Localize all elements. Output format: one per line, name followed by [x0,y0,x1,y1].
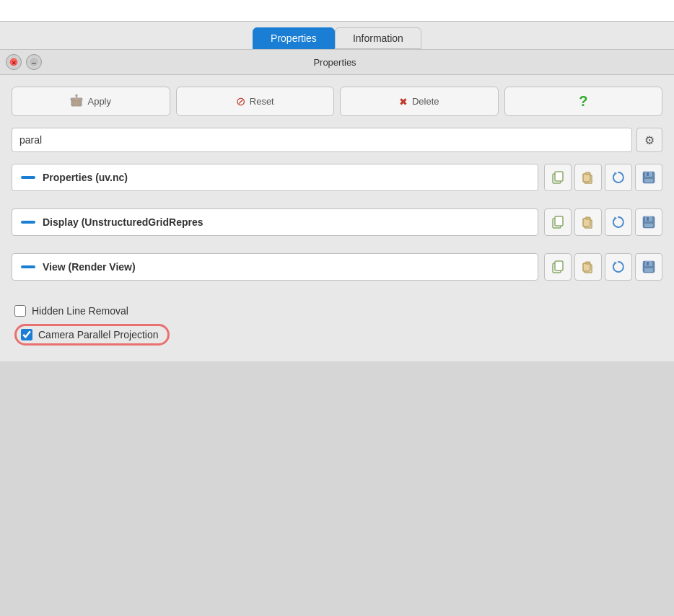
reset-label: Reset [250,96,274,107]
save-btn-display[interactable] [635,208,662,236]
svg-text:✕: ✕ [12,60,17,66]
minimize-icon [30,58,38,66]
paste-icon-display [580,214,596,230]
section-dash-view [21,265,35,268]
refresh-btn-display[interactable] [605,208,632,236]
section-title-properties: Properties (uv.nc) [43,172,128,183]
svg-rect-30 [583,263,590,271]
close-icon: ✕ [9,58,18,66]
save-btn-properties[interactable] [635,164,662,191]
gear-icon: ⚙ [644,133,655,147]
section-row-view: View (Render View) [12,253,662,281]
section-actions-properties [544,164,662,191]
camera-parallel-highlight: Camera Parallel Projection [14,324,170,346]
title-bar: ✕ Properties [0,50,674,75]
svg-marker-12 [615,172,618,175]
copy-btn-view[interactable] [544,253,572,281]
help-label: ? [579,93,587,110]
copy-icon-view [550,259,566,275]
svg-rect-20 [583,219,590,226]
refresh-btn-properties[interactable] [605,164,632,191]
spacer-2 [12,242,662,253]
checkbox-row-hidden-line: Hidden Line Removal [12,305,662,317]
svg-rect-35 [647,262,649,265]
section-title-display: Display (UnstructuredGridRepres [43,216,203,228]
gift-icon [70,94,83,107]
svg-rect-11 [585,172,590,175]
content-area: Apply ⊘ Reset ✖ Delete ? ⚙ Properties (u… [0,75,674,361]
paste-icon-view [580,259,596,275]
delete-label: Delete [412,96,439,107]
minimize-button[interactable] [26,54,42,70]
search-input[interactable] [12,128,632,152]
camera-parallel-projection-label: Camera Parallel Projection [38,329,159,340]
tab-bar: Properties Information [0,22,674,50]
apply-icon [70,94,83,110]
reset-icon: ⊘ [236,94,245,108]
delete-button[interactable]: ✖ Delete [340,87,499,116]
toolbar-row: Apply ⊘ Reset ✖ Delete ? [12,87,662,116]
svg-point-2 [30,58,38,66]
refresh-icon-properties [610,170,626,185]
paste-btn-display[interactable] [574,208,602,236]
reset-button[interactable]: ⊘ Reset [176,87,335,116]
svg-rect-3 [32,63,36,64]
apply-button[interactable]: Apply [12,87,170,116]
svg-marker-32 [615,262,618,265]
svg-rect-16 [644,179,653,182]
svg-rect-15 [647,172,649,176]
svg-rect-31 [585,262,590,264]
section-title-view: View (Render View) [43,261,136,273]
copy-icon-properties [550,170,566,185]
copy-icon-display [550,214,566,230]
delete-icon: ✖ [399,96,408,107]
apply-label: Apply [87,96,111,107]
camera-parallel-projection-checkbox[interactable] [21,329,32,340]
help-button[interactable]: ? [504,87,663,116]
gear-button[interactable]: ⚙ [636,128,662,152]
search-row: ⚙ [12,128,662,152]
spacer-3 [12,286,662,298]
section-label-display: Display (UnstructuredGridRepres [12,208,538,236]
section-dash-display [21,221,35,224]
copy-btn-properties[interactable] [544,164,572,191]
tab-information[interactable]: Information [335,27,421,49]
svg-rect-6 [76,98,77,106]
svg-rect-25 [647,217,649,221]
checkbox-row-camera-parallel: Camera Parallel Projection [12,324,662,346]
save-btn-view[interactable] [635,253,662,281]
section-actions-display [544,208,662,236]
copy-btn-display[interactable] [544,208,572,236]
section-label-view: View (Render View) [12,253,538,281]
spacer-1 [12,197,662,208]
panel-title: Properties [46,57,623,68]
paste-icon-properties [580,170,596,185]
save-icon-view [641,259,657,275]
svg-rect-8 [555,172,563,181]
refresh-icon-display [610,214,626,230]
svg-rect-21 [585,217,590,219]
close-button[interactable]: ✕ [6,54,22,70]
svg-rect-26 [644,224,653,227]
paste-btn-properties[interactable] [574,164,602,191]
refresh-icon-view [610,259,626,275]
refresh-btn-view[interactable] [605,253,632,281]
hidden-line-removal-label: Hidden Line Removal [32,305,128,317]
section-label-properties: Properties (uv.nc) [12,164,538,191]
section-actions-view [544,253,662,281]
svg-marker-22 [615,217,618,220]
top-white-bar [0,0,674,22]
svg-rect-18 [555,216,563,226]
save-icon-properties [641,170,657,185]
tab-properties[interactable]: Properties [253,27,335,49]
hidden-line-removal-checkbox[interactable] [14,305,26,317]
svg-rect-10 [583,174,590,182]
paste-btn-view[interactable] [574,253,602,281]
save-icon-display [641,214,657,230]
svg-rect-28 [555,261,563,270]
svg-rect-36 [644,268,653,272]
section-row-properties: Properties (uv.nc) [12,164,662,191]
section-dash-properties [21,176,35,179]
section-row-display: Display (UnstructuredGridRepres [12,208,662,236]
